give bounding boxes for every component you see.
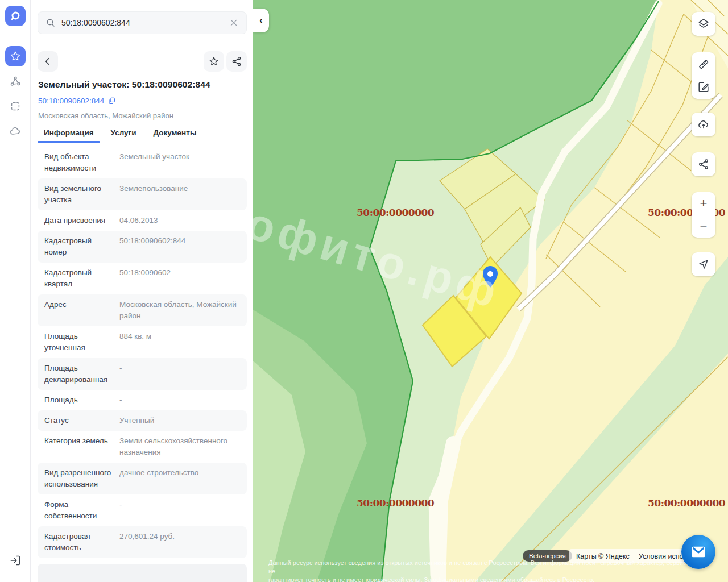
table-row: Площадь декларированная - bbox=[38, 358, 247, 390]
share-map-button[interactable] bbox=[692, 152, 715, 176]
star-icon bbox=[9, 50, 22, 63]
table-row: Вид разрешенного использования дачное ст… bbox=[38, 463, 247, 494]
sidebar-item-cloud[interactable] bbox=[5, 121, 26, 142]
layers-icon bbox=[697, 18, 710, 30]
object-location: Московская область, Можайский район bbox=[38, 111, 173, 120]
row-value: дачное строительство bbox=[119, 467, 240, 490]
favorite-button[interactable] bbox=[204, 51, 224, 72]
dashed-square-icon bbox=[9, 100, 22, 113]
row-label: Кадастровый квартал bbox=[44, 267, 119, 290]
zoom-out-button[interactable]: − bbox=[692, 215, 715, 238]
row-label: Площадь декларированная bbox=[44, 363, 119, 385]
clear-search-button[interactable] bbox=[229, 18, 239, 28]
search-value[interactable]: 50:18:0090602:844 bbox=[61, 18, 229, 27]
row-value: 50:18:0090602:844 bbox=[119, 235, 240, 258]
share-button[interactable] bbox=[226, 51, 247, 72]
row-label: Вид земельного участка bbox=[44, 183, 119, 206]
map-canvas[interactable]: 50:00:0000000 50:00:0000000 50:00:000000… bbox=[253, 0, 728, 582]
row-value: Московская область, Можайский район bbox=[119, 299, 240, 322]
draw-edit-button[interactable] bbox=[692, 76, 715, 98]
table-row: Категория земель Земли сельскохозяйствен… bbox=[38, 431, 247, 463]
tab-documents[interactable]: Документы bbox=[147, 126, 203, 143]
measure-tools-group bbox=[692, 52, 715, 99]
sidebar-item-area-select[interactable] bbox=[5, 96, 26, 117]
cadastral-number-link[interactable]: 50:18:0090602:844 bbox=[38, 97, 116, 105]
exit-icon bbox=[9, 554, 22, 567]
table-row: Кадастровый квартал 50:18:0090602 bbox=[38, 263, 247, 294]
row-value: - bbox=[119, 363, 240, 385]
tab-information[interactable]: Информация bbox=[38, 126, 100, 143]
star-outline-icon bbox=[208, 56, 220, 67]
table-row: Адрес Московская область, Можайский райо… bbox=[38, 294, 247, 326]
table-row: Статус Учтенный bbox=[38, 410, 247, 431]
envelope-icon bbox=[690, 545, 706, 559]
upload-button[interactable] bbox=[692, 113, 715, 136]
row-label: Форма собственности bbox=[44, 499, 119, 522]
tab-services[interactable]: Услуги bbox=[105, 126, 143, 143]
attributes-table: Вид объекта недвижимости Земельный участ… bbox=[38, 147, 247, 582]
table-row: Кадастровая стоимость 270,601.24 руб. bbox=[38, 526, 247, 558]
polygon-nodes-icon bbox=[9, 75, 22, 88]
row-value: 884 кв. м bbox=[119, 331, 240, 354]
app-logo-icon bbox=[9, 10, 22, 22]
row-value: Землепользование bbox=[119, 183, 240, 206]
row-value: Земельный участок bbox=[119, 151, 240, 174]
row-value: - bbox=[119, 394, 240, 406]
copy-icon[interactable] bbox=[107, 97, 116, 105]
sidebar-item-polygon-tool[interactable] bbox=[5, 71, 26, 92]
table-row: Площадь - bbox=[38, 390, 247, 410]
sidebar-item-favorites[interactable] bbox=[5, 46, 26, 66]
row-value: - bbox=[119, 499, 240, 522]
row-label: Площадь уточненная bbox=[44, 331, 119, 354]
district-label: 50:00:0000000 bbox=[357, 497, 434, 509]
district-label: 50:00:0000000 bbox=[648, 497, 725, 509]
disclaimer-text: Данный ресурс использует сведения из отк… bbox=[268, 559, 689, 582]
search-icon bbox=[46, 18, 56, 28]
row-label: Вид разрешенного использования bbox=[44, 467, 119, 490]
table-row: Вид объекта недвижимости Земельный участ… bbox=[38, 147, 247, 178]
object-header bbox=[38, 51, 247, 72]
cadastral-number-text: 50:18:0090602:844 bbox=[38, 97, 104, 105]
navigation-arrow-icon bbox=[697, 258, 710, 271]
app-window: 50:18:0090602:844 bbox=[0, 0, 728, 582]
chevron-left-icon bbox=[42, 56, 53, 67]
close-icon bbox=[229, 18, 239, 28]
row-label: Вид объекта недвижимости bbox=[44, 151, 119, 174]
icon-rail bbox=[0, 0, 31, 582]
chat-button[interactable] bbox=[681, 535, 715, 569]
app-logo[interactable] bbox=[5, 6, 26, 26]
share-nodes-icon bbox=[697, 158, 710, 171]
page-title: Земельный участок: 50:18:0090602:844 bbox=[38, 80, 246, 90]
disclaimer-line-2: гарантирует точность и не имеет юридичес… bbox=[268, 576, 689, 582]
row-value: Земли сельскохозяйственного назначения bbox=[119, 435, 240, 458]
zoom-in-button[interactable]: + bbox=[692, 192, 715, 215]
cadastral-map[interactable] bbox=[253, 0, 728, 582]
ruler-button[interactable] bbox=[692, 53, 715, 76]
row-label: Адрес bbox=[44, 299, 119, 322]
layers-button[interactable] bbox=[692, 12, 715, 36]
disclaimer-line-1: Данный ресурс использует сведения из отк… bbox=[268, 559, 689, 576]
table-row: Кадастровый номер 50:18:0090602:844 bbox=[38, 231, 247, 263]
row-value: 50:18:0090602 bbox=[119, 267, 240, 290]
collapse-panel-button[interactable]: ‹ bbox=[253, 9, 269, 32]
row-label: Кадастровый номер bbox=[44, 235, 119, 258]
row-label: Дата присвоения bbox=[44, 215, 119, 226]
locate-me-button[interactable] bbox=[692, 252, 715, 276]
row-value: 04.06.2013 bbox=[119, 215, 240, 226]
tab-bar: Информация Услуги Документы bbox=[38, 126, 207, 143]
search-input[interactable]: 50:18:0090602:844 bbox=[38, 11, 247, 34]
edit-icon bbox=[697, 81, 710, 93]
share-nodes-icon bbox=[231, 56, 242, 67]
table-row: Дата присвоения 04.06.2013 bbox=[38, 210, 247, 231]
row-value: Учтенный bbox=[119, 415, 240, 426]
cloud-upload-icon bbox=[697, 118, 710, 131]
table-row: Форма собственности - bbox=[38, 494, 247, 526]
ruler-icon bbox=[697, 58, 710, 70]
table-row-partial bbox=[38, 564, 247, 582]
logout-button[interactable] bbox=[9, 554, 22, 567]
back-button[interactable] bbox=[38, 51, 58, 72]
row-value: 270,601.24 руб. bbox=[119, 531, 240, 554]
table-row: Площадь уточненная 884 кв. м bbox=[38, 326, 247, 358]
row-label: Площадь bbox=[44, 394, 119, 406]
cloud-icon bbox=[9, 125, 22, 138]
